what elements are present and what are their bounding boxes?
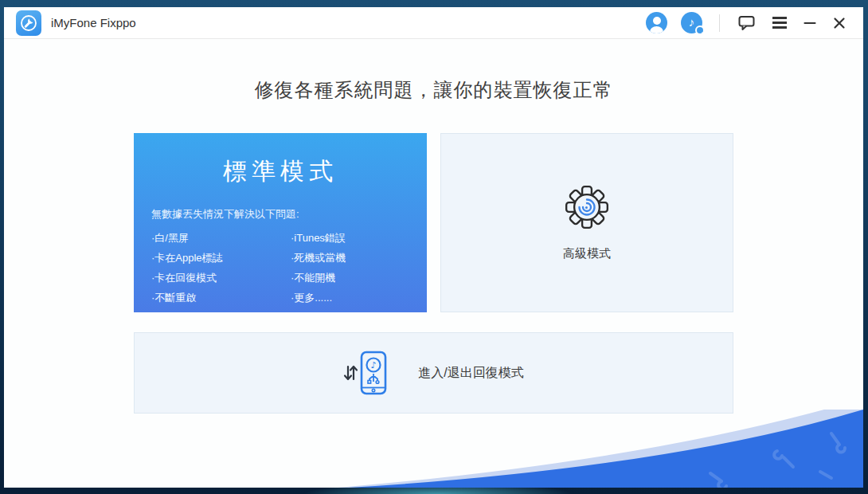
account-icon[interactable] (646, 12, 667, 33)
app-window: iMyFone Fixppo ♪ (4, 7, 863, 488)
recovery-mode-card[interactable]: ♪ 進入/退出回復模式 (134, 332, 733, 414)
gear-icon (564, 184, 610, 230)
advanced-mode-card[interactable]: 高級模式 (440, 133, 733, 312)
itunes-repair-icon[interactable]: ♪ (681, 12, 702, 33)
standard-mode-card[interactable]: 標準模式 無數據丟失情況下解決以下問題: ·白/黑屏 ·卡在Apple標誌 ·卡… (134, 133, 427, 312)
menu-icon[interactable] (771, 15, 788, 29)
account-avatar (646, 12, 667, 33)
list-item: ·更多...... (291, 288, 346, 308)
titlebar-divider (719, 14, 720, 32)
standard-mode-title: 標準模式 (134, 133, 427, 188)
issue-list: ·白/黑屏 ·卡在Apple標誌 ·卡在回復模式 ·不斷重啟 ·iTunes錯誤… (151, 228, 427, 308)
list-item: ·不斷重啟 (151, 288, 291, 308)
app-logo-icon (16, 10, 41, 36)
list-item: ·卡在回復模式 (151, 268, 291, 288)
recovery-phone-icon: ♪ (343, 350, 396, 396)
minimize-button[interactable] (802, 16, 818, 30)
close-button[interactable] (831, 15, 847, 31)
music-note-glyph: ♪ (689, 16, 695, 28)
list-item: ·白/黑屏 (151, 228, 291, 248)
list-item: ·卡在Apple標誌 (151, 248, 291, 268)
list-item: ·iTunes錯誤 (291, 228, 346, 248)
app-title: iMyFone Fixppo (51, 16, 136, 29)
titlebar: iMyFone Fixppo ♪ (4, 7, 863, 39)
list-item: ·不能開機 (291, 268, 346, 288)
list-item: ·死機或當機 (291, 248, 346, 268)
page-title: 修復各種系統問題，讓你的裝置恢復正常 (4, 77, 863, 103)
advanced-mode-label: 高級模式 (563, 246, 611, 261)
recovery-mode-label: 進入/退出回復模式 (418, 365, 523, 382)
standard-mode-subtitle: 無數據丟失情況下解決以下問題: (151, 207, 427, 222)
svg-text:♪: ♪ (371, 360, 377, 370)
main-content: 修復各種系統問題，讓你的裝置恢復正常 標準模式 無數據丟失情況下解決以下問題: … (4, 77, 863, 494)
magnifier-icon (695, 25, 705, 35)
feedback-icon[interactable] (737, 14, 757, 33)
